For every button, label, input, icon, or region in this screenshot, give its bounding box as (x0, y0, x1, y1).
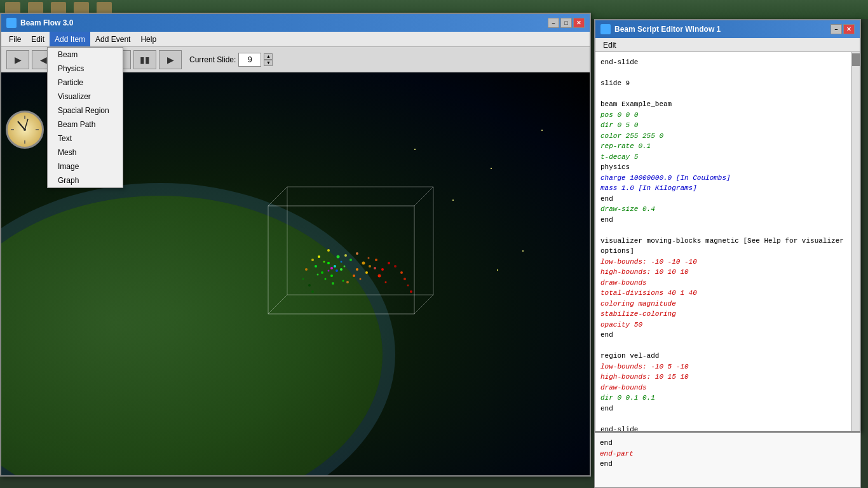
script-line: low-bounds: -10 5 -10 (600, 362, 855, 372)
add-item-dropdown: Beam Physics Particle Visualizer Spacial… (47, 47, 123, 188)
star-6 (497, 269, 498, 271)
close-button[interactable]: ✕ (573, 18, 585, 28)
script-close-button[interactable]: ✕ (843, 24, 855, 34)
svg-point-39 (327, 249, 330, 252)
svg-point-41 (334, 265, 336, 268)
dropdown-graph[interactable]: Graph (48, 173, 123, 187)
script-line: pos 0 0 0 (600, 110, 855, 121)
bottom-editor-line: end (600, 438, 855, 449)
main-app-window: Beam Flow 3.0 – □ ✕ File Edit Add Item A… (0, 13, 591, 477)
window-controls: – □ ✕ (548, 18, 585, 28)
svg-point-38 (318, 255, 320, 258)
script-line (600, 341, 855, 351)
maximize-button[interactable]: □ (560, 18, 572, 28)
script-line: rep-rate 0.1 (600, 141, 855, 152)
svg-point-59 (317, 274, 319, 276)
script-line: end (600, 215, 855, 226)
bottom-editor-line: end (600, 459, 855, 470)
svg-rect-7 (268, 206, 414, 314)
star-5 (541, 130, 543, 131)
svg-point-35 (378, 274, 381, 278)
script-line: end-slide (600, 424, 855, 431)
script-line (600, 89, 855, 100)
svg-point-23 (349, 259, 352, 261)
bottom-editor: endend-partend (594, 432, 861, 488)
particle-visualization (205, 168, 446, 346)
current-slide-label: Current Slide: (189, 55, 236, 64)
dropdown-physics[interactable]: Physics (48, 62, 123, 76)
script-line: beam Example_beam (600, 99, 855, 110)
script-line: end-slide (600, 57, 855, 68)
script-line: t-decay 5 (600, 152, 855, 163)
menu-file[interactable]: File (4, 32, 26, 46)
spin-up-button[interactable]: ▲ (264, 53, 273, 60)
menu-add-item[interactable]: Add Item (50, 32, 90, 46)
svg-point-57 (368, 257, 370, 259)
script-line: draw-bounds (600, 383, 855, 393)
spin-down-button[interactable]: ▼ (264, 60, 273, 66)
script-line: charge 10000000.0 [In Coulombs] (600, 173, 855, 184)
svg-line-8 (268, 187, 287, 206)
svg-line-6 (25, 119, 28, 130)
dropdown-visualizer[interactable]: Visualizer (48, 90, 123, 104)
script-line: draw-bounds (600, 278, 855, 288)
dropdown-particle[interactable]: Particle (48, 76, 123, 90)
svg-point-46 (305, 268, 308, 271)
svg-line-5 (18, 121, 25, 130)
script-content[interactable]: end-slide slide 9 beam Example_beam pos … (595, 52, 860, 431)
app-title: Beam Flow 3.0 (20, 18, 73, 27)
scroll-thumb[interactable] (852, 53, 860, 66)
svg-point-22 (315, 265, 317, 268)
play-button[interactable]: ▶ (159, 50, 182, 69)
svg-line-11 (414, 295, 433, 314)
svg-point-24 (325, 278, 327, 280)
svg-point-32 (346, 281, 349, 283)
svg-point-50 (308, 284, 311, 287)
script-line: end (600, 330, 855, 341)
dropdown-spacial-region[interactable]: Spacial Region (48, 104, 123, 118)
script-line: coloring magnitude (600, 299, 855, 309)
script-scrollbar[interactable] (851, 52, 860, 431)
svg-point-30 (365, 271, 368, 274)
script-window-controls: – ✕ (831, 24, 855, 34)
script-editor-title: Beam Script Editor Window 1 (614, 25, 721, 34)
svg-point-16 (327, 262, 330, 264)
bottom-editor-line: end-part (600, 449, 855, 459)
script-menu-edit[interactable]: Edit (598, 38, 621, 51)
dropdown-beam[interactable]: Beam (48, 48, 123, 62)
svg-point-25 (356, 268, 358, 271)
menu-edit[interactable]: Edit (26, 32, 50, 46)
svg-point-45 (328, 270, 330, 272)
dropdown-image[interactable]: Image (48, 159, 123, 173)
pause-button[interactable]: ▮▮ (133, 50, 156, 69)
dropdown-mesh[interactable]: Mesh (48, 146, 123, 159)
script-line: mass 1.0 [In Kilograms] (600, 183, 855, 194)
menu-add-event[interactable]: Add Event (90, 32, 135, 46)
script-window-icon (600, 24, 611, 34)
clock-widget (3, 107, 47, 152)
svg-point-37 (385, 281, 387, 283)
slide-spinner: ▲ ▼ (264, 53, 273, 66)
svg-point-20 (330, 274, 333, 277)
select-tool-button[interactable]: ▶ (6, 50, 29, 69)
svg-point-58 (374, 267, 376, 269)
dropdown-beam-path[interactable]: Beam Path (48, 118, 123, 132)
star-3 (491, 168, 492, 169)
svg-point-33 (381, 268, 384, 271)
svg-point-55 (344, 254, 347, 257)
svg-point-40 (311, 259, 314, 261)
slide-number-input[interactable] (238, 53, 261, 67)
svg-point-28 (369, 265, 371, 268)
svg-point-42 (341, 261, 342, 263)
svg-point-18 (321, 271, 323, 274)
dropdown-text[interactable]: Text (48, 132, 123, 146)
svg-point-26 (362, 262, 365, 265)
script-line (600, 68, 855, 79)
menu-help[interactable]: Help (135, 32, 161, 46)
svg-point-29 (360, 278, 362, 280)
script-line: physics (600, 162, 855, 173)
script-minimize-button[interactable]: – (831, 24, 842, 34)
minimize-button[interactable]: – (548, 18, 559, 28)
script-line: dir 0 0.1 0.1 (600, 393, 855, 403)
star-4 (522, 250, 524, 252)
